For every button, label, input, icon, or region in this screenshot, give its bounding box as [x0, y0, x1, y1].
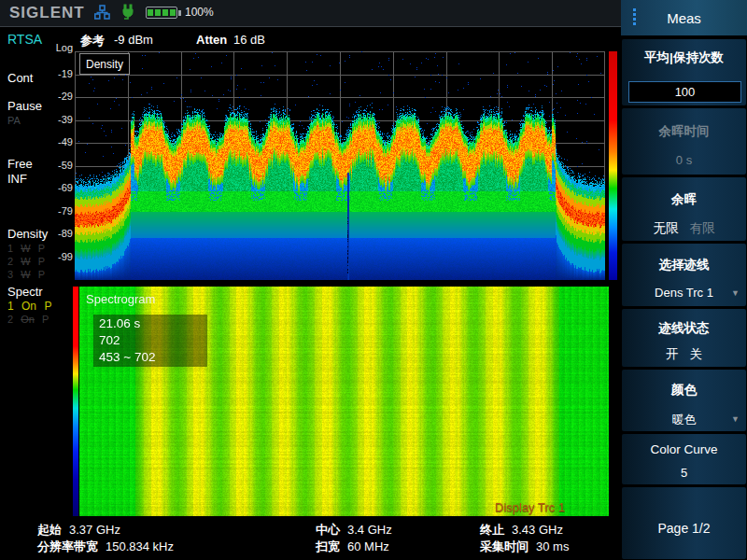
stop-freq-readout: 终止3.43 GHz: [480, 522, 563, 539]
softkey-color[interactable]: 颜色 暖色 ▼: [622, 370, 746, 431]
analyzer-screen: SIGLENT 100% RTSA 参考 -9 dBm Atten 16 dB …: [0, 0, 747, 560]
spectrogram-color-legend: [73, 287, 78, 516]
mode-indicator: RTSA: [7, 32, 42, 47]
menu-header[interactable]: Meas: [621, 0, 747, 35]
display-trace-label: Display Trc 1: [495, 500, 565, 514]
softkey-value: 0 s: [622, 153, 746, 167]
center-freq-readout: 中心3.4 GHz: [316, 522, 392, 539]
menu-title: Meas: [667, 10, 701, 26]
density-plot-canvas: [75, 51, 605, 280]
softkey-title: 平均|保持次数: [622, 49, 746, 66]
avg-hold-count-input[interactable]: 100: [628, 81, 741, 103]
y-tick: -79: [39, 205, 73, 217]
option-finite[interactable]: 有限: [690, 220, 715, 237]
y-tick: -69: [39, 182, 73, 193]
y-tick: -39: [39, 114, 73, 125]
density-trace-row: 3 W P: [7, 269, 45, 280]
acq-time-readout: 采集时间30 ms: [480, 539, 569, 555]
spectr-traces-label: Spectr: [7, 285, 43, 299]
sweep-pause-indicator: Pause: [7, 99, 42, 113]
readout-time: 21.06 s: [99, 315, 207, 332]
softkey-menu: Meas 平均|保持次数 100 余晖时间 0 s 余晖 无限 有限 选择迹线 …: [621, 0, 747, 560]
density-window-tag: Density: [79, 53, 130, 75]
span-readout: 扫宽60 MHz: [316, 539, 389, 555]
lan-network-icon: [94, 5, 110, 24]
density-color-legend: [609, 51, 617, 280]
power-plug-icon: [120, 4, 135, 25]
ref-level-label: 参考: [80, 33, 105, 49]
dropdown-arrow-icon: ▼: [731, 414, 740, 424]
softkey-title: Color Curve: [622, 442, 746, 456]
dropdown-arrow-icon: ▼: [731, 288, 740, 298]
softkey-options: 无限 有限: [622, 220, 746, 237]
trigger-inf-indicator: INF: [7, 172, 27, 186]
y-tick: -89: [39, 228, 73, 239]
siglent-logo: SIGLENT: [9, 4, 85, 22]
option-on[interactable]: 开: [666, 346, 679, 363]
option-infinite[interactable]: 无限: [654, 220, 679, 237]
softkey-color-curve[interactable]: Color Curve 5: [622, 434, 746, 484]
density-plot-area: Density: [75, 51, 605, 280]
softkey-title: 选择迹线: [622, 257, 746, 273]
softkey-options: 开 关: [622, 346, 746, 363]
sweep-cont-indicator: Cont: [7, 71, 33, 85]
y-tick: -99: [39, 251, 73, 262]
spectr-trace-row-active: 1 On P: [7, 300, 51, 313]
amplitude-scale-label: Log: [39, 42, 73, 53]
y-tick: -29: [39, 91, 73, 102]
spectrogram-window-tag: Spectrogram: [86, 292, 155, 306]
preamp-indicator: PA: [7, 115, 21, 126]
softkey-title: 余晖: [622, 191, 746, 208]
softkey-page[interactable]: Page 1/2: [622, 487, 746, 559]
y-tick: -19: [39, 68, 73, 79]
softkey-select-trace[interactable]: 选择迹线 Dens Trc 1 ▼: [622, 244, 746, 306]
softkey-title: 颜色: [622, 382, 746, 399]
y-tick: -59: [39, 160, 73, 171]
atten-label: Atten: [196, 33, 227, 47]
softkey-title: 余晖时间: [622, 123, 746, 140]
battery-tip-icon: [178, 10, 181, 16]
softkey-value: 暖色: [622, 412, 746, 428]
y-tick: -49: [39, 136, 73, 147]
atten-value[interactable]: 16 dB: [233, 33, 265, 47]
softkey-persistence[interactable]: 余晖 无限 有限: [622, 177, 746, 241]
rbw-readout: 分辨率带宽150.834 kHz: [37, 539, 174, 555]
softkey-value: Dens Trc 1: [622, 286, 746, 300]
readout-range: 453 ~ 702: [99, 349, 207, 366]
softkey-title: 迹线状态: [622, 320, 746, 337]
softkey-persist-time[interactable]: 余晖时间 0 s: [622, 108, 746, 175]
battery-percent: 100%: [185, 6, 214, 19]
start-freq-readout: 起始3.37 GHz: [37, 522, 120, 539]
battery-icon: [146, 7, 177, 19]
readout-frame: 702: [99, 332, 207, 349]
softkey-value: Page 1/2: [622, 521, 746, 536]
softkey-trace-state[interactable]: 迹线状态 开 关: [622, 309, 746, 367]
spectrogram-plot-area: Spectrogram 21.06 s 702 453 ~ 702 Displa…: [73, 287, 609, 516]
softkey-avg-hold-count[interactable]: 平均|保持次数 100: [622, 39, 746, 105]
menu-dots-icon: [633, 8, 636, 25]
trigger-free-indicator: Free: [7, 157, 33, 171]
ref-level-value[interactable]: -9 dBm: [114, 33, 153, 47]
spectr-trace-row: 2 On P: [7, 314, 49, 325]
spectrogram-cursor-readout: 21.06 s 702 453 ~ 702: [93, 315, 207, 367]
softkey-value: 5: [622, 466, 746, 480]
option-off[interactable]: 关: [690, 346, 703, 363]
